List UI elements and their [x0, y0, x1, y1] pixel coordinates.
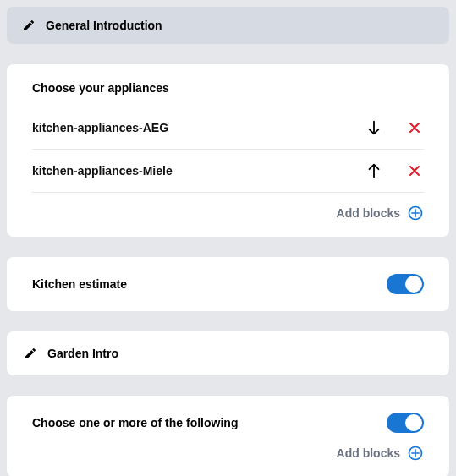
close-icon [406, 119, 423, 136]
choose-title: Choose one or more of the following [32, 416, 387, 429]
list-item-label: kitchen-appliances-Miele [32, 164, 365, 178]
close-icon [406, 162, 423, 179]
pencil-icon [24, 347, 37, 360]
add-blocks-row: Add blocks [32, 193, 424, 222]
move-up-button[interactable] [365, 161, 383, 180]
pencil-icon [22, 19, 36, 32]
add-blocks-row: Add blocks [32, 433, 424, 462]
add-blocks-button[interactable] [407, 445, 424, 462]
kitchen-estimate-toggle[interactable] [387, 274, 424, 294]
remove-button[interactable] [405, 161, 424, 180]
header-title: General Introduction [46, 19, 162, 32]
move-down-button[interactable] [365, 118, 383, 137]
appliances-title: Choose your appliances [32, 81, 424, 95]
plus-circle-icon [407, 445, 424, 462]
list-item-label: kitchen-appliances-AEG [32, 121, 365, 134]
add-blocks-button[interactable] [407, 205, 424, 222]
choose-toggle[interactable] [387, 413, 424, 433]
list-item: kitchen-appliances-AEG [32, 107, 424, 150]
general-introduction-header[interactable]: General Introduction [7, 7, 449, 44]
garden-intro-title: Garden Intro [47, 347, 118, 360]
garden-intro-header[interactable]: Garden Intro [7, 331, 449, 375]
arrow-up-icon [365, 161, 383, 180]
kitchen-estimate-label: Kitchen estimate [32, 277, 387, 291]
kitchen-estimate-card: Kitchen estimate [7, 257, 449, 311]
plus-circle-icon [407, 205, 424, 222]
appliances-card: Choose your appliances kitchen-appliance… [7, 64, 449, 237]
choose-card: Choose one or more of the following Add … [7, 396, 449, 476]
list-item: kitchen-appliances-Miele [32, 150, 424, 193]
add-blocks-label: Add blocks [337, 446, 400, 460]
arrow-down-icon [365, 118, 383, 137]
add-blocks-label: Add blocks [337, 206, 400, 220]
remove-button[interactable] [405, 118, 424, 137]
